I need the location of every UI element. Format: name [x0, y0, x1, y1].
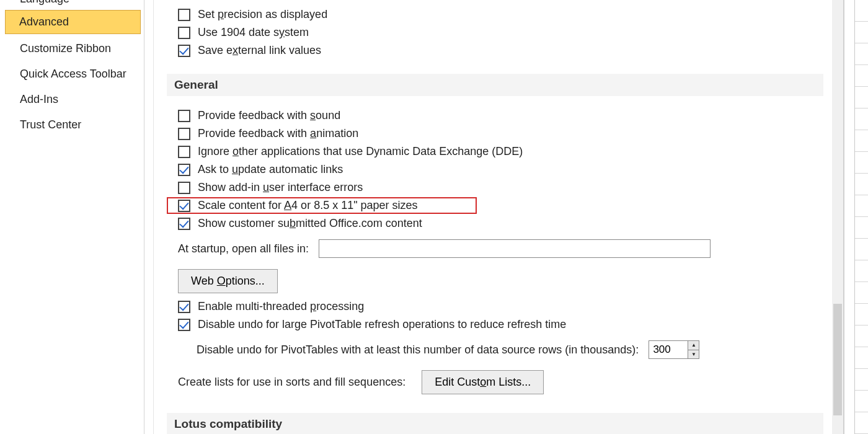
options-sidebar: Language Advanced Customize Ribbon Quick…	[0, 0, 144, 434]
label-ask-update-links: Ask to update automatic links	[198, 163, 343, 176]
button-web-options[interactable]: Web Options...	[178, 269, 278, 293]
checkbox-row-feedback-animation[interactable]: Provide feedback with animation	[167, 125, 823, 142]
row-edit-custom-lists: Create lists for use in sorts and fill s…	[167, 366, 823, 398]
sidebar-item-advanced[interactable]: Advanced	[5, 10, 141, 34]
checkbox-row-feedback-sound[interactable]: Provide feedback with sound	[167, 107, 823, 124]
options-dialog: Language Advanced Customize Ribbon Quick…	[0, 0, 843, 434]
label-1904-date: Use 1904 date system	[198, 26, 309, 39]
checkbox-row-multithread[interactable]: Enable multi-threaded processing	[167, 298, 823, 315]
spinner-up-icon[interactable]: ▲	[688, 341, 699, 350]
checkbox-row-pivot-undo[interactable]: Disable undo for large PivotTable refres…	[167, 316, 823, 333]
checkbox-scale-a4[interactable]	[178, 200, 190, 212]
checkbox-row-scale-a4[interactable]: Scale content for A4 or 8.5 x 11" paper …	[167, 197, 477, 214]
checkbox-pivot-undo[interactable]	[178, 319, 190, 331]
label-pivot-undo: Disable undo for large PivotTable refres…	[198, 318, 566, 331]
input-startup-path[interactable]	[319, 239, 711, 258]
label-external-links: Save external link values	[198, 44, 321, 57]
checkbox-customer-submitted[interactable]	[178, 218, 190, 230]
row-pivot-threshold: Disable undo for PivotTables with at lea…	[167, 337, 823, 363]
label-addin-errors: Show add-in user interface errors	[198, 181, 363, 194]
background-spreadsheet	[854, 0, 868, 434]
scrollbar-thumb[interactable]	[833, 304, 842, 415]
sidebar-item-trust-center[interactable]: Trust Center	[0, 112, 144, 138]
checkbox-multithread[interactable]	[178, 301, 190, 313]
options-content: Set precision as displayed Use 1904 date…	[144, 0, 832, 434]
checkbox-ask-update-links[interactable]	[178, 164, 190, 176]
label-feedback-sound: Provide feedback with sound	[198, 109, 340, 122]
spinner-buttons: ▲ ▼	[688, 341, 699, 358]
checkbox-1904-date[interactable]	[178, 27, 190, 39]
spinner-down-icon[interactable]: ▼	[688, 350, 699, 359]
label-feedback-animation: Provide feedback with animation	[198, 127, 358, 140]
label-pivot-threshold: Disable undo for PivotTables with at lea…	[197, 343, 639, 356]
label-sort-lists: Create lists for use in sorts and fill s…	[178, 376, 405, 389]
checkbox-set-precision[interactable]	[178, 9, 190, 21]
label-multithread: Enable multi-threaded processing	[198, 300, 364, 313]
checkbox-feedback-sound[interactable]	[178, 110, 190, 122]
label-scale-a4: Scale content for A4 or 8.5 x 11" paper …	[198, 199, 418, 212]
checkbox-row-set-precision[interactable]: Set precision as displayed	[167, 6, 823, 23]
dialog-right-border	[843, 0, 844, 434]
checkbox-row-external-links[interactable]: Save external link values	[167, 42, 823, 59]
checkbox-row-1904-date[interactable]: Use 1904 date system	[167, 24, 823, 41]
checkbox-feedback-animation[interactable]	[178, 128, 190, 140]
sidebar-item-language[interactable]: Language	[0, 0, 144, 8]
label-ignore-dde: Ignore other applications that use Dynam…	[198, 145, 523, 158]
checkbox-row-ignore-dde[interactable]: Ignore other applications that use Dynam…	[167, 143, 823, 160]
row-startup-path: At startup, open all files in:	[167, 236, 823, 262]
input-pivot-threshold[interactable]	[649, 341, 688, 358]
sidebar-item-add-ins[interactable]: Add-Ins	[0, 87, 144, 112]
checkbox-row-customer-submitted[interactable]: Show customer submitted Office.com conte…	[167, 215, 823, 232]
sidebar-item-quick-access-toolbar[interactable]: Quick Access Toolbar	[0, 61, 144, 87]
spinner-pivot-threshold[interactable]: ▲ ▼	[649, 340, 699, 359]
row-web-options: Web Options...	[167, 265, 823, 297]
checkbox-row-ask-update-links[interactable]: Ask to update automatic links	[167, 161, 823, 178]
dialog-scrollbar[interactable]	[832, 0, 843, 434]
checkbox-ignore-dde[interactable]	[178, 146, 190, 158]
checkbox-addin-errors[interactable]	[178, 182, 190, 194]
label-startup-path: At startup, open all files in:	[178, 242, 309, 255]
sidebar-item-customize-ribbon[interactable]: Customize Ribbon	[0, 36, 144, 61]
content-left-border	[153, 0, 154, 434]
section-header-lotus: Lotus compatibility	[167, 413, 823, 434]
label-customer-submitted: Show customer submitted Office.com conte…	[198, 217, 422, 230]
checkbox-external-links[interactable]	[178, 45, 190, 57]
label-set-precision: Set precision as displayed	[198, 8, 327, 21]
section-header-general: General	[167, 74, 823, 96]
checkbox-row-addin-errors[interactable]: Show add-in user interface errors	[167, 179, 823, 196]
button-edit-custom-lists[interactable]: Edit Custom Lists...	[422, 370, 544, 394]
